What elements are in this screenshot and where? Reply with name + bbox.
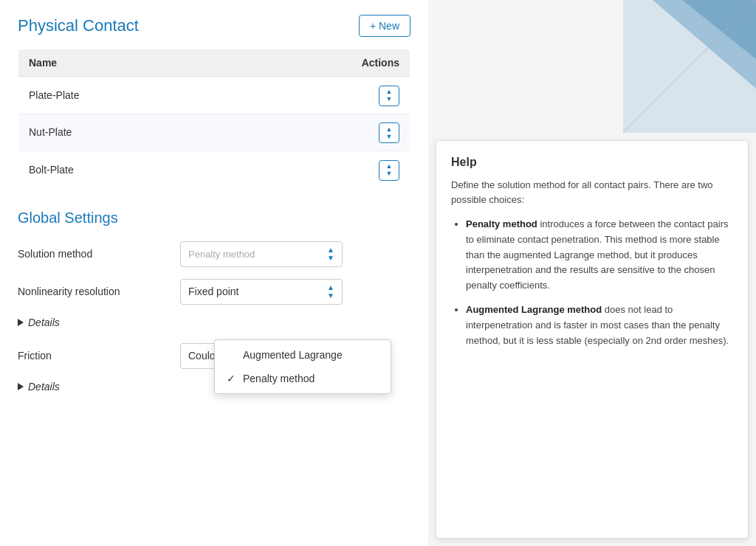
actions-column-header: Actions [233,49,410,77]
dropdown-item-label: Penalty method [243,373,315,384]
help-intro: Define the solution method for all conta… [451,178,733,207]
sort-button[interactable]: ▲▼ [379,160,399,181]
contact-name-cell: Nut-Plate [18,114,233,151]
solution-method-label: Solution method [18,248,180,260]
help-panel: Help Define the solution method for all … [436,140,749,539]
contact-actions-cell: ▲▼ [233,151,410,189]
contact-actions-cell: ▲▼ [233,114,410,151]
details-label-1: Details [28,317,60,328]
table-header-row: Name Actions [18,49,410,77]
nonlinearity-resolution-row: Nonlinearity resolution Fixed point ▲▼ [18,279,410,305]
nonlinearity-resolution-value: Fixed point [188,286,238,297]
nonlinearity-resolution-select[interactable]: Fixed point ▲▼ [180,279,343,305]
contact-table: Name Actions Plate-Plate▲▼Nut-Plate▲▼Bol… [18,49,410,189]
sort-button[interactable]: ▲▼ [379,86,399,106]
right-panel: Help Define the solution method for all … [428,0,756,546]
details-row-1: Details [18,317,410,328]
nonlinearity-resolution-arrow: ▲▼ [327,284,334,300]
details-toggle-2[interactable]: Details [18,381,60,393]
solution-method-dropdown: Augmented Lagrange✓Penalty method [214,339,391,394]
details-toggle-1[interactable]: Details [18,317,60,328]
solution-method-control: Penalty method ▲▼ [180,241,410,267]
new-button[interactable]: + New [359,15,410,37]
solution-method-arrow: ▲▼ [327,246,334,262]
table-row: Nut-Plate▲▼ [18,114,410,151]
table-row: Plate-Plate▲▼ [18,77,410,114]
solution-method-row: Solution method Penalty method ▲▼ [18,241,410,267]
contact-name-cell: Plate-Plate [18,77,233,114]
help-term: Penalty method [466,218,537,229]
friction-label: Friction [18,350,180,362]
table-row: Bolt-Plate▲▼ [18,151,410,189]
details-triangle-1 [18,319,24,326]
left-panel: Physical Contact + New Name Actions Plat… [0,0,428,546]
background-image [623,0,756,133]
name-column-header: Name [18,49,233,77]
nonlinearity-resolution-control: Fixed point ▲▼ [180,279,410,305]
details-triangle-2 [18,383,24,390]
physical-contact-header: Physical Contact + New [18,15,410,37]
solution-method-select[interactable]: Penalty method ▲▼ [180,241,343,267]
help-title: Help [451,156,733,169]
global-settings-title: Global Settings [18,210,410,227]
dropdown-item[interactable]: Augmented Lagrange [215,343,391,367]
details-label-2: Details [28,381,60,393]
contact-actions-cell: ▲▼ [233,77,410,114]
solution-method-value: Penalty method [188,249,255,260]
sort-button[interactable]: ▲▼ [379,122,399,143]
help-list-item: Penalty method introduces a force betwee… [466,217,733,294]
nonlinearity-resolution-label: Nonlinearity resolution [18,286,180,297]
help-list-item: Augmented Lagrange method does not lead … [466,303,733,348]
help-term: Augmented Lagrange method [466,304,602,315]
help-list: Penalty method introduces a force betwee… [451,217,733,348]
contact-name-cell: Bolt-Plate [18,151,233,189]
page-title: Physical Contact [18,16,139,35]
dropdown-item[interactable]: ✓Penalty method [215,367,391,390]
dropdown-item-label: Augmented Lagrange [243,349,343,361]
dropdown-checkmark: ✓ [227,373,237,384]
